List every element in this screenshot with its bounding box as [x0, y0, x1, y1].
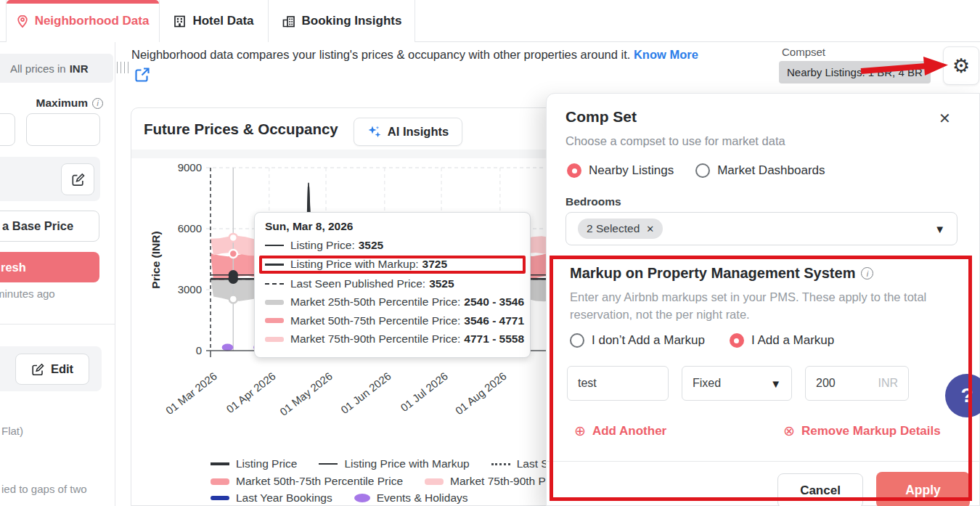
- add-another-link[interactable]: ⊕ Add Another: [574, 423, 666, 439]
- chip-remove-icon[interactable]: ✕: [646, 224, 654, 234]
- edit-button[interactable]: Edit: [15, 354, 89, 385]
- remove-markup-link[interactable]: ⊗ Remove Markup Details: [783, 423, 941, 439]
- tooltip-label: Listing Price:: [290, 239, 355, 252]
- radio-selected-icon: [730, 333, 744, 348]
- compset-label: Compset: [782, 46, 825, 58]
- info-icon[interactable]: i: [92, 98, 103, 109]
- legend-label: Market 50th-75th Percentile Price: [236, 475, 403, 488]
- apply-button[interactable]: Apply: [876, 472, 970, 506]
- minimum-price-input[interactable]: [0, 113, 15, 146]
- markup-name-input[interactable]: test: [567, 366, 669, 401]
- info-icon[interactable]: i: [861, 267, 873, 279]
- refresh-button-label: resh: [1, 261, 26, 274]
- radio-market-dashboards[interactable]: Market Dashboards: [695, 163, 825, 178]
- panel-resize-handle[interactable]: [124, 62, 128, 73]
- external-link-icon[interactable]: [134, 67, 150, 83]
- tooltip-row-highlighted: Listing Price with Markup:3725: [259, 256, 526, 274]
- maximum-label-text: Maximum: [36, 97, 89, 110]
- currency-code: INR: [70, 62, 89, 75]
- tooltip-row: Listing Price:3525: [265, 236, 520, 255]
- edit-pencil-icon: [31, 363, 44, 376]
- legend-swatch-dotted: [491, 463, 510, 465]
- compset-settings-button[interactable]: ⚙: [943, 46, 979, 85]
- gear-icon: ⚙: [952, 54, 970, 78]
- edit-button-label: Edit: [51, 362, 73, 376]
- svg-text:01 Jul 2026: 01 Jul 2026: [398, 370, 450, 414]
- bedrooms-chip[interactable]: 2 Selected ✕: [578, 219, 663, 239]
- base-price-button-label: a Base Price: [2, 219, 73, 233]
- markup-amount-value: 200: [816, 377, 836, 390]
- app-root: Neighborhood Data Hotel Data Booking Ins…: [0, 0, 980, 506]
- tooltip-date: Sun, Mar 8, 2026: [265, 220, 520, 233]
- comp-set-modal: Comp Set ✕ Choose a compset to use for m…: [546, 93, 980, 506]
- chevron-down-icon: ▼: [770, 378, 781, 390]
- radio-unselected-icon: [695, 163, 710, 178]
- maximum-label: Maximum i: [0, 97, 103, 110]
- legend-swatch-line: [211, 462, 229, 465]
- active-tab-indicator: [7, 0, 159, 4]
- legend-item[interactable]: Events & Holidays: [354, 491, 468, 505]
- tooltip-value: 3546 - 4771: [464, 314, 524, 327]
- currency-note: All prices in INR: [0, 54, 113, 83]
- last-updated-text: minutes ago: [0, 287, 55, 300]
- know-more-link[interactable]: Know More: [634, 48, 698, 61]
- legend-label: Listing Price: [236, 457, 297, 470]
- location-pin-icon: [17, 15, 28, 28]
- tooltip-value: 3525: [359, 239, 383, 252]
- legend-item[interactable]: Last Year Bookings: [211, 491, 332, 505]
- svg-text:01 Apr 2026: 01 Apr 2026: [224, 370, 277, 415]
- tab-label: Hotel Data: [192, 14, 253, 28]
- legend-item[interactable]: Listing Price with Markup: [319, 457, 469, 470]
- gaps-text: ied to gaps of two: [1, 483, 87, 495]
- chart-legend-row-3: Last Year Bookings Events & Holidays: [211, 491, 468, 505]
- legend-item[interactable]: Listing Price: [211, 457, 297, 470]
- svg-text:01 May 2026: 01 May 2026: [277, 370, 335, 418]
- legend-label: Events & Holidays: [377, 491, 468, 505]
- radio-dont-add-markup[interactable]: I don’t Add a Markup: [570, 333, 705, 348]
- markup-title-text: Markup on Property Management System: [570, 265, 855, 282]
- refresh-button[interactable]: resh: [0, 252, 99, 282]
- bedrooms-select[interactable]: 2 Selected ✕ ▼: [565, 212, 957, 245]
- svg-text:01 Aug 2026: 01 Aug 2026: [453, 370, 509, 417]
- radio-add-markup[interactable]: I Add a Markup: [730, 333, 834, 348]
- currency-suffix: INR: [878, 377, 898, 390]
- edit-price-button[interactable]: [61, 163, 94, 195]
- add-circle-icon: ⊕: [574, 423, 586, 439]
- markup-description: Enter any Airbnb markups set in your PMS…: [570, 288, 949, 323]
- radio-label: I don’t Add a Markup: [592, 333, 705, 348]
- bedrooms-label: Bedrooms: [565, 195, 621, 208]
- swatch-pink-band: [265, 337, 284, 342]
- tooltip-row: Market 50th-75th Percentile Price:3546 -…: [265, 311, 520, 330]
- neighborhood-description: Neighborhood data compares your listing'…: [131, 48, 770, 62]
- svg-text:01 Mar 2026: 01 Mar 2026: [163, 370, 219, 417]
- tab-neighborhood-data[interactable]: Neighborhood Data: [6, 0, 160, 42]
- tooltip-label: Market 25th-50th Percentile Price:: [290, 295, 460, 309]
- markup-amount-input[interactable]: 200 INR: [805, 366, 909, 401]
- cancel-button[interactable]: Cancel: [777, 473, 863, 506]
- maximum-price-input[interactable]: [26, 113, 100, 146]
- markup-type-select[interactable]: Fixed ▼: [682, 366, 792, 401]
- compset-value-chip[interactable]: Nearby Listings: 1 BR, 4 BR: [779, 61, 931, 83]
- add-another-label: Add Another: [592, 424, 666, 438]
- tooltip-label: Listing Price with Markup:: [290, 258, 419, 271]
- bedrooms-chip-label: 2 Selected: [587, 222, 640, 235]
- modal-title: Comp Set: [565, 108, 637, 126]
- modal-footer-divider: [547, 461, 980, 462]
- radio-nearby-listings[interactable]: Nearby Listings: [567, 163, 674, 178]
- tab-booking-insights[interactable]: Booking Insights: [269, 0, 415, 42]
- base-price-button[interactable]: a Base Price: [0, 211, 99, 242]
- legend-swatch-oval: [354, 494, 370, 502]
- radio-selected-icon: [567, 163, 581, 178]
- svg-text:3000: 3000: [178, 283, 202, 295]
- close-icon[interactable]: ✕: [939, 110, 951, 127]
- tooltip-value: 3525: [429, 277, 454, 290]
- radio-unselected-icon: [570, 333, 584, 348]
- tab-hotel-data[interactable]: Hotel Data: [160, 0, 269, 42]
- swatch-solid-line: [265, 245, 284, 247]
- svg-text:0: 0: [196, 344, 202, 356]
- markup-radios: I don’t Add a Markup I Add a Markup: [570, 333, 834, 348]
- legend-item[interactable]: Market 50th-75th Percentile Price: [211, 475, 403, 488]
- panel-resize-handle[interactable]: [117, 62, 121, 73]
- tab-label: Neighborhood Data: [35, 14, 150, 28]
- compset-value-text: Nearby Listings: 1 BR, 4 BR: [787, 66, 923, 78]
